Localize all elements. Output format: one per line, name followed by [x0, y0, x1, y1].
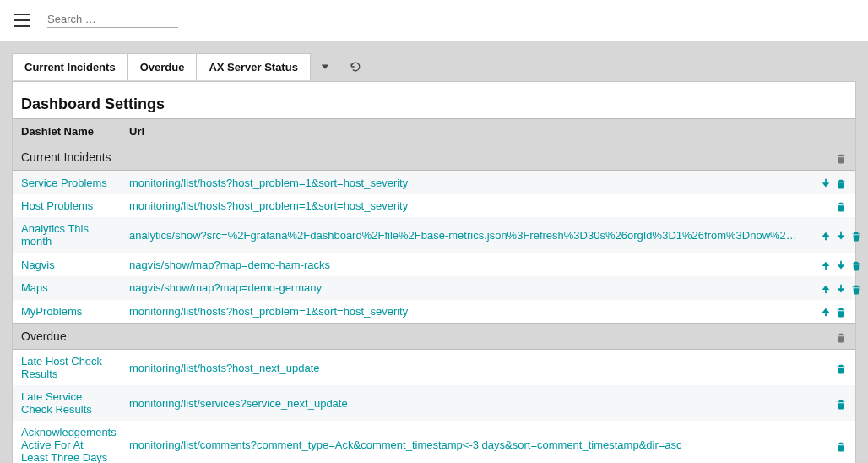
refresh-icon[interactable]: [340, 52, 371, 81]
trash-icon[interactable]: [835, 331, 847, 343]
arrow-down-icon[interactable]: [835, 283, 847, 295]
row-actions: [808, 276, 855, 300]
page-title: Dashboard Settings: [13, 89, 855, 118]
row-actions: [808, 300, 855, 324]
table-row: Late Host Check Results monitoring/list/…: [13, 350, 855, 386]
dashlet-url[interactable]: monitoring/list/hosts?host_problem=1&sor…: [121, 194, 808, 218]
panel: Dashboard Settings Dashlet Name Url Curr…: [12, 81, 856, 463]
row-actions: [808, 171, 855, 194]
trash-icon[interactable]: [835, 177, 847, 189]
dashlet-name[interactable]: Late Host Check Results: [13, 350, 121, 386]
dashlet-url[interactable]: monitoring/list/comments?comment_type=Ac…: [121, 421, 808, 463]
row-actions: [808, 350, 855, 386]
dashlet-name[interactable]: Late Service Check Results: [13, 385, 121, 421]
table-row: Nagvis nagvis/show/map?map=demo-ham-rack…: [13, 253, 855, 276]
table-row: Maps nagvis/show/map?map=demo-germany: [13, 276, 855, 300]
trash-icon[interactable]: [835, 306, 847, 318]
topbar: [0, 0, 868, 41]
tab-overdue[interactable]: Overdue: [127, 53, 198, 80]
table-row: Host Problems monitoring/list/hosts?host…: [13, 194, 855, 218]
table-row: Analytics This month analytics/show?src=…: [13, 217, 855, 253]
row-actions: [808, 421, 855, 463]
row-actions: [808, 385, 855, 421]
dashlet-url[interactable]: nagvis/show/map?map=demo-ham-racks: [121, 253, 808, 276]
dashlet-url[interactable]: monitoring/list/services?service_next_up…: [121, 385, 808, 421]
col-name: Dashlet Name: [13, 119, 121, 144]
dashlet-url[interactable]: analytics/show?src=%2Fgrafana%2Fdashboar…: [121, 217, 808, 253]
tab-current-incidents[interactable]: Current Incidents: [12, 53, 128, 80]
dashlet-url[interactable]: monitoring/list/hosts?host_problem=1&sor…: [121, 171, 808, 194]
table-row: Acknowledgements Active For At Least Thr…: [13, 421, 855, 463]
dashlet-name[interactable]: Maps: [13, 276, 121, 300]
row-actions: [808, 217, 855, 253]
table-row: Late Service Check Results monitoring/li…: [13, 385, 855, 421]
dashlet-name[interactable]: MyProblems: [13, 300, 121, 324]
dashlet-url[interactable]: monitoring/list/hosts?host_next_update: [121, 350, 808, 386]
dashlet-name[interactable]: Acknowledgements Active For At Least Thr…: [13, 421, 121, 463]
search-wrap: [47, 13, 178, 28]
dashlet-name[interactable]: Analytics This month: [13, 217, 121, 253]
row-actions: [808, 194, 855, 218]
search-input[interactable]: [47, 13, 178, 25]
dashlet-name[interactable]: Nagvis: [13, 253, 121, 276]
dashlet-url[interactable]: monitoring/list/hosts?host_problem=1&sor…: [121, 300, 808, 324]
arrow-down-icon[interactable]: [835, 259, 847, 271]
group-actions: [808, 144, 855, 171]
trash-icon[interactable]: [850, 283, 862, 295]
dashlet-name[interactable]: Host Problems: [13, 194, 121, 218]
group-title: Current Incidents: [13, 144, 808, 171]
trash-icon[interactable]: [835, 440, 847, 452]
group-title: Overdue: [13, 324, 808, 350]
trash-icon[interactable]: [835, 398, 847, 410]
trash-icon[interactable]: [835, 362, 847, 374]
arrow-up-icon[interactable]: [820, 306, 832, 318]
dashlet-table: Dashlet Name Url Current Incidents Servi…: [13, 118, 855, 463]
trash-icon[interactable]: [835, 152, 847, 164]
col-url: Url: [121, 119, 808, 144]
arrow-up-icon[interactable]: [820, 259, 832, 271]
group-header: Overdue: [13, 324, 855, 350]
arrow-up-icon[interactable]: [820, 230, 832, 242]
arrow-up-icon[interactable]: [820, 283, 832, 295]
tabs-more-icon[interactable]: [310, 52, 340, 81]
table-row: Service Problems monitoring/list/hosts?h…: [13, 171, 855, 194]
trash-icon[interactable]: [850, 259, 862, 271]
arrow-down-icon[interactable]: [835, 230, 847, 242]
row-actions: [808, 253, 855, 276]
dashlet-name[interactable]: Service Problems: [13, 171, 121, 194]
tabs-bar: Current Incidents Overdue AX Server Stat…: [12, 52, 856, 81]
col-actions: [808, 119, 855, 144]
arrow-down-icon[interactable]: [820, 177, 832, 189]
tab-ax-server-status[interactable]: AX Server Status: [196, 53, 311, 80]
menu-icon[interactable]: [14, 14, 30, 27]
trash-icon[interactable]: [835, 200, 847, 212]
trash-icon[interactable]: [850, 230, 862, 242]
content-area: Current Incidents Overdue AX Server Stat…: [0, 41, 868, 463]
group-actions: [808, 324, 855, 350]
table-row: MyProblems monitoring/list/hosts?host_pr…: [13, 300, 855, 324]
group-header: Current Incidents: [13, 144, 855, 171]
dashlet-url[interactable]: nagvis/show/map?map=demo-germany: [121, 276, 808, 300]
